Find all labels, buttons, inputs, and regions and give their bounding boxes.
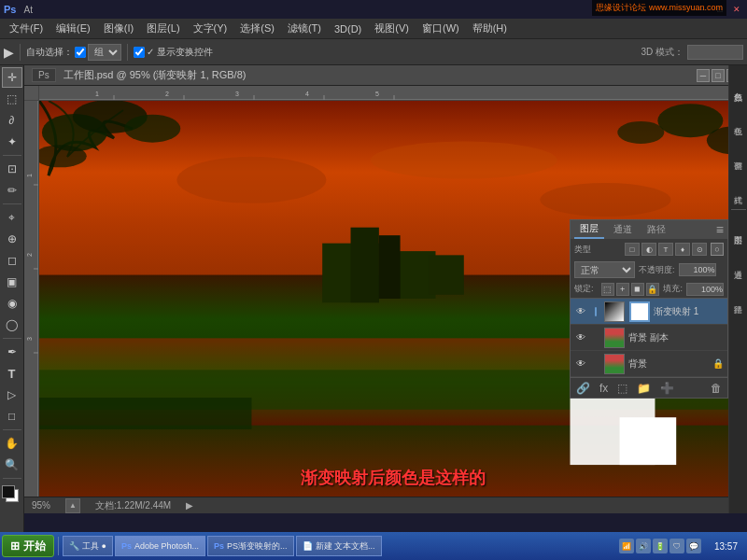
color-swatches[interactable] bbox=[2, 485, 22, 506]
lock-pixels-btn[interactable]: ⬚ bbox=[601, 283, 614, 296]
tools-icon: 🔧 bbox=[69, 541, 79, 551]
panel-channels-icon[interactable]: 通道 bbox=[730, 247, 747, 281]
type-label: 类型 bbox=[574, 244, 591, 256]
filter-smart[interactable]: ⊙ bbox=[692, 243, 707, 256]
panel-swatches-icon[interactable]: 色板 bbox=[730, 104, 747, 137]
new-group-btn[interactable]: 📁 bbox=[635, 382, 653, 395]
filter-adjust[interactable]: ◐ bbox=[641, 243, 656, 256]
close-button[interactable]: ✕ bbox=[730, 3, 743, 16]
panel-menu-btn[interactable]: ≡ bbox=[716, 222, 724, 237]
svg-rect-27 bbox=[379, 235, 401, 299]
start-button[interactable]: ⊞ 开始 bbox=[2, 535, 54, 557]
fill-input[interactable] bbox=[686, 283, 724, 296]
branding: 思缘设计论坛 www.missyuan.com bbox=[592, 0, 726, 16]
status-info-btn[interactable]: ▲ bbox=[65, 498, 80, 513]
opacity-input[interactable] bbox=[679, 263, 716, 276]
tray-battery[interactable]: 🔋 bbox=[653, 539, 668, 553]
tool-lasso[interactable]: ∂ bbox=[2, 110, 22, 131]
menu-file[interactable]: 文件(F) bbox=[4, 20, 49, 37]
tool-crop[interactable]: ⊡ bbox=[2, 159, 22, 179]
taskbar-ps-btn[interactable]: Ps Adobe Photosh... bbox=[115, 536, 205, 556]
tool-magic-wand[interactable]: ✦ bbox=[2, 132, 22, 152]
tool-select-rect[interactable]: ⬚ bbox=[2, 89, 22, 109]
taskbar-tools-btn[interactable]: 🔧 工具 ● bbox=[63, 536, 113, 556]
filter-pixel[interactable]: □ bbox=[625, 243, 640, 256]
tool-dodge[interactable]: ◯ bbox=[2, 315, 22, 335]
taskbar-doc-btn[interactable]: 📄 新建 文本文档... bbox=[296, 536, 382, 556]
lock-artboard-btn[interactable]: ◼ bbox=[631, 283, 644, 296]
doc-minimize[interactable]: ─ bbox=[697, 69, 710, 82]
show-transform-checkbox[interactable] bbox=[134, 47, 145, 58]
svg-point-35 bbox=[124, 115, 180, 143]
tool-path-select[interactable]: ▷ bbox=[2, 385, 22, 405]
tab-layers[interactable]: 图层 bbox=[574, 220, 604, 239]
tool-stamp[interactable]: ⊕ bbox=[2, 229, 22, 249]
tool-shape[interactable]: □ bbox=[2, 406, 22, 427]
start-icon: ⊞ bbox=[10, 539, 20, 553]
delete-layer-btn[interactable]: 🗑 bbox=[709, 382, 724, 395]
mode-3d-label: 3D 模式： bbox=[641, 46, 684, 59]
panel-layers-icon[interactable]: 图层 bbox=[730, 213, 747, 246]
tool-hand[interactable]: ✋ bbox=[2, 433, 22, 454]
blend-mode-select[interactable]: 正常 bbox=[574, 261, 635, 278]
layer-item-bg-copy[interactable]: 👁 背景 副本 bbox=[571, 325, 727, 351]
tool-blur[interactable]: ◉ bbox=[2, 293, 22, 314]
menu-text[interactable]: 文字(Y) bbox=[188, 20, 233, 37]
svg-point-19 bbox=[176, 157, 326, 203]
tool-pen[interactable]: ✒ bbox=[2, 342, 22, 362]
panel-styles-icon[interactable]: 样式 bbox=[730, 173, 747, 206]
menu-window[interactable]: 窗口(W) bbox=[416, 20, 465, 37]
panel-color-icon[interactable]: 颜色 bbox=[730, 69, 747, 103]
add-style-btn[interactable]: fx bbox=[598, 382, 610, 395]
layer-visibility-toggle-1[interactable]: 👁 bbox=[574, 305, 587, 318]
filter-toggle[interactable]: ○ bbox=[711, 243, 724, 256]
tab-channels[interactable]: 通道 bbox=[608, 221, 638, 238]
zoom-level: 95% bbox=[32, 500, 50, 511]
tray-network[interactable]: 📶 bbox=[619, 539, 634, 553]
tool-move[interactable]: ✛ bbox=[2, 67, 22, 88]
lock-all-btn[interactable]: 🔒 bbox=[646, 283, 659, 296]
tool-gradient[interactable]: ▣ bbox=[2, 272, 22, 292]
filter-shape[interactable]: ♦ bbox=[675, 243, 690, 256]
layer-item-gradient-map[interactable]: 👁 渐变映射 1 bbox=[571, 299, 727, 325]
tool-brush[interactable]: ⌖ bbox=[2, 207, 22, 228]
layers-panel: 图层 通道 路径 ≡ 类型 □ ◐ T ♦ ⊙ ○ 正常 不透明度: bbox=[570, 219, 728, 399]
menu-layer[interactable]: 图层(L) bbox=[141, 20, 185, 37]
menu-view[interactable]: 视图(V) bbox=[369, 20, 415, 37]
clock: 13:57 bbox=[707, 541, 745, 552]
layer-visibility-toggle-2[interactable]: 👁 bbox=[574, 331, 587, 344]
add-mask-btn[interactable]: ⬚ bbox=[615, 382, 629, 395]
menu-help[interactable]: 帮助(H) bbox=[467, 20, 513, 37]
ps2-taskbar-icon: Ps bbox=[214, 541, 224, 551]
panel-adjustments-icon[interactable]: 调整 bbox=[730, 138, 747, 172]
menu-image[interactable]: 图像(I) bbox=[98, 20, 139, 37]
tab-paths[interactable]: 路径 bbox=[641, 221, 671, 238]
link-layers-btn[interactable]: 🔗 bbox=[574, 382, 592, 395]
auto-select-type[interactable]: 组 bbox=[88, 44, 121, 61]
svg-text:2: 2 bbox=[26, 253, 33, 257]
layer-thumb-gradient-map bbox=[604, 301, 625, 322]
menu-select[interactable]: 选择(S) bbox=[234, 20, 280, 37]
menu-3d[interactable]: 3D(D) bbox=[329, 21, 367, 36]
taskbar-ps2-btn[interactable]: Ps PS渐变映射的... bbox=[207, 536, 294, 556]
show-transform-container: ✓ 显示变换控件 bbox=[134, 46, 213, 59]
tray-volume[interactable]: 🔊 bbox=[636, 539, 651, 553]
new-layer-btn[interactable]: ➕ bbox=[658, 382, 676, 395]
filter-text[interactable]: T bbox=[658, 243, 673, 256]
menu-filter[interactable]: 滤镜(T) bbox=[282, 20, 327, 37]
tool-eraser[interactable]: ◻ bbox=[2, 250, 22, 271]
auto-select-checkbox[interactable] bbox=[75, 47, 86, 58]
layer-item-background[interactable]: 👁 背景 🔒 bbox=[571, 351, 727, 377]
auto-select-container: 自动选择： 组 bbox=[26, 44, 121, 61]
layer-visibility-toggle-3[interactable]: 👁 bbox=[574, 357, 587, 371]
tray-notify[interactable]: 💬 bbox=[686, 539, 701, 553]
tool-eyedropper[interactable]: ✏ bbox=[2, 180, 22, 201]
tool-zoom[interactable]: 🔍 bbox=[2, 455, 22, 475]
lock-position-btn[interactable]: + bbox=[616, 283, 629, 296]
tools-label: 工具 ● bbox=[82, 540, 106, 553]
tray-security[interactable]: 🛡 bbox=[669, 539, 684, 553]
panel-paths-icon[interactable]: 路径 bbox=[730, 282, 747, 315]
menu-edit[interactable]: 编辑(E) bbox=[50, 20, 96, 37]
tool-text[interactable]: T bbox=[2, 363, 22, 384]
doc-maximize[interactable]: □ bbox=[712, 69, 725, 82]
